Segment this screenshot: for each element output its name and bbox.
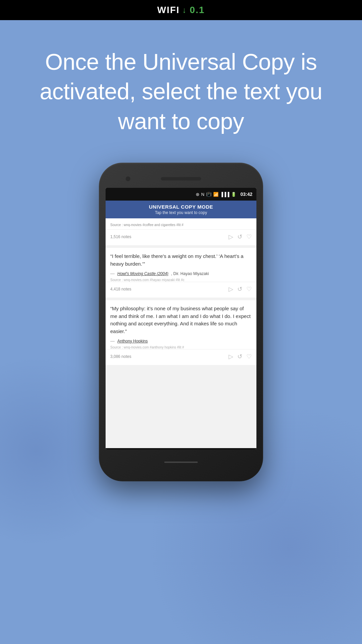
copy-mode-subtitle: Tap the text you want to copy — [109, 210, 253, 215]
post-2-action-icons: ▷ ↺ ♡ — [229, 285, 252, 293]
phone-home-bar-indicator — [164, 462, 198, 463]
download-arrow-icon: ↓ — [182, 5, 187, 15]
android-status-bar: ⊛ N 📳 📶 ▐▐▐ 🔋 03:42 — [106, 188, 256, 201]
like-icon-2[interactable]: ♡ — [246, 285, 252, 293]
post-2-attribution-extra: , Dir. Hayao Miyazaki — [171, 271, 209, 276]
reblog-icon-3[interactable]: ↺ — [237, 353, 242, 360]
like-icon[interactable]: ♡ — [246, 233, 252, 240]
post-1-action-icons: ▷ ↺ ♡ — [229, 233, 252, 240]
post-2-actions: 4,418 notes ▷ ↺ ♡ — [110, 282, 252, 293]
posts-container: Source : wnq-movies #coffee and cigarett… — [106, 218, 256, 448]
phone-outer-shell: ⊛ N 📳 📶 ▐▐▐ 🔋 03:42 UNIVERSAL COPY MODE … — [99, 163, 263, 481]
post-3-quote: “My philosophy: it’s none of my business… — [110, 305, 252, 335]
post-3-action-icons: ▷ ↺ ♡ — [229, 353, 252, 360]
status-bar: WIFI ↓ 0.1 — [0, 0, 362, 20]
wifi-label: WIFI — [157, 5, 180, 15]
like-icon-3[interactable]: ♡ — [246, 353, 252, 360]
post-3: “My philosophy: it’s none of my business… — [106, 300, 256, 365]
android-icons: ⊛ N 📳 📶 ▐▐▐ 🔋 — [196, 192, 236, 197]
post-3-source-bottom: Source : wnq-movies.com #anthony hopkins… — [110, 345, 252, 349]
post-3-dash: — — [110, 338, 115, 343]
signal-icon: ▐▐▐ — [220, 192, 230, 197]
post-2-notes: 4,418 notes — [110, 287, 131, 291]
phone-speaker — [161, 177, 201, 180]
post-2-attribution: — Howl's Moving Castle (2004) , Dir. Hay… — [110, 271, 252, 276]
phone-screen: ⊛ N 📳 📶 ▐▐▐ 🔋 03:42 UNIVERSAL COPY MODE … — [106, 188, 256, 449]
post-1-source-top: Source : wnq-movies #coffee and cigarett… — [110, 223, 252, 227]
phone-mockup: ⊛ N 📳 📶 ▐▐▐ 🔋 03:42 UNIVERSAL COPY MODE … — [0, 163, 362, 481]
copy-mode-title: UNIVERSAL COPY MODE — [109, 204, 253, 210]
main-heading: Once the Universal Copy is activated, se… — [20, 47, 342, 136]
post-1-notes: 1,516 notes — [110, 234, 131, 239]
post-2-dash: — — [110, 271, 115, 276]
share-icon-3[interactable]: ▷ — [229, 353, 233, 360]
phone-top-bar — [106, 169, 256, 188]
reblog-icon[interactable]: ↺ — [237, 233, 242, 240]
nfc-icon: N — [201, 192, 204, 197]
battery-icon: 🔋 — [231, 192, 236, 197]
post-3-notes: 3,086 notes — [110, 354, 131, 359]
heading-area: Once the Universal Copy is activated, se… — [0, 20, 362, 156]
post-2-quote: “I feel terrible, like there’s a weight … — [110, 253, 252, 268]
post-1-actions: 1,516 notes ▷ ↺ ♡ — [110, 230, 252, 240]
share-icon[interactable]: ▷ — [229, 233, 233, 240]
bluetooth-icon: ⊛ — [196, 192, 199, 197]
vibrate-icon: 📳 — [206, 192, 212, 197]
post-2-source-bottom: Source : wnq-movies.com #hayao miyazaki … — [110, 278, 252, 282]
post-3-attribution-name[interactable]: Anthony Hopkins — [117, 339, 148, 343]
post-1: Source : wnq-movies #coffee and cigarett… — [106, 218, 256, 245]
post-3-actions: 3,086 notes ▷ ↺ ♡ — [110, 350, 252, 360]
post-2: “I feel terrible, like there’s a weight … — [106, 248, 256, 298]
post-3-attribution: — Anthony Hopkins — [110, 338, 252, 343]
copy-mode-bar: UNIVERSAL COPY MODE Tap the text you wan… — [106, 201, 256, 218]
post-2-attribution-link[interactable]: Howl's Moving Castle (2004) — [117, 271, 168, 276]
android-time: 03:42 — [240, 192, 252, 197]
speed-value: 0.1 — [190, 5, 205, 15]
share-icon-2[interactable]: ▷ — [229, 285, 233, 293]
wifi-status-icon: 📶 — [213, 192, 219, 197]
phone-camera — [126, 176, 130, 181]
phone-bottom-bar — [106, 449, 256, 475]
reblog-icon-2[interactable]: ↺ — [237, 285, 242, 293]
